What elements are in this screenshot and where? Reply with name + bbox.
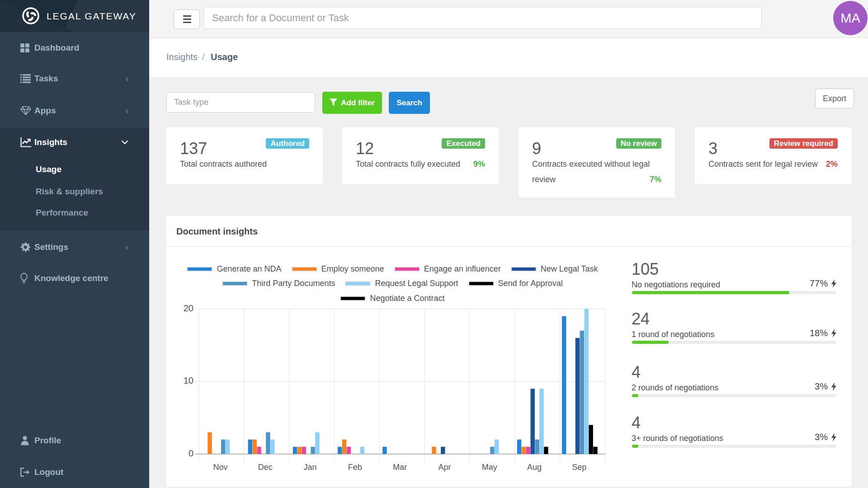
- svg-text:Sep: Sep: [572, 463, 586, 472]
- svg-text:May: May: [482, 463, 497, 472]
- svg-text:Aug: Aug: [527, 463, 542, 472]
- svg-text:Dec: Dec: [258, 463, 273, 472]
- svg-text:10: 10: [184, 375, 193, 385]
- svg-text:Mar: Mar: [393, 463, 407, 472]
- svg-text:0: 0: [189, 448, 193, 458]
- svg-text:20: 20: [184, 303, 193, 313]
- svg-text:Jan: Jan: [303, 463, 316, 472]
- svg-text:Apr: Apr: [439, 463, 451, 472]
- svg-text:Nov: Nov: [213, 463, 228, 472]
- svg-text:Feb: Feb: [348, 463, 362, 472]
